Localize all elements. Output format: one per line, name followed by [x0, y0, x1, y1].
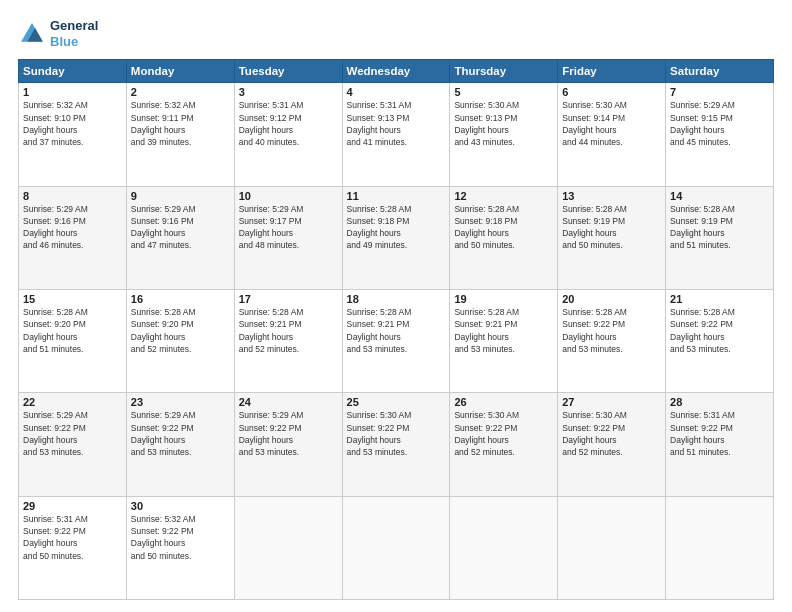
calendar-cell: 22 Sunrise: 5:29 AM Sunset: 9:22 PM Dayl…	[19, 393, 127, 496]
calendar-cell: 18 Sunrise: 5:28 AM Sunset: 9:21 PM Dayl…	[342, 289, 450, 392]
day-info: Sunrise: 5:31 AM Sunset: 9:22 PM Dayligh…	[23, 513, 122, 562]
calendar-cell: 29 Sunrise: 5:31 AM Sunset: 9:22 PM Dayl…	[19, 496, 127, 599]
day-info: Sunrise: 5:30 AM Sunset: 9:22 PM Dayligh…	[347, 409, 446, 458]
day-info: Sunrise: 5:30 AM Sunset: 9:13 PM Dayligh…	[454, 99, 553, 148]
day-info: Sunrise: 5:28 AM Sunset: 9:21 PM Dayligh…	[347, 306, 446, 355]
day-number: 22	[23, 396, 122, 408]
day-info: Sunrise: 5:28 AM Sunset: 9:22 PM Dayligh…	[670, 306, 769, 355]
day-number: 17	[239, 293, 338, 305]
day-info: Sunrise: 5:29 AM Sunset: 9:16 PM Dayligh…	[23, 203, 122, 252]
calendar-cell: 26 Sunrise: 5:30 AM Sunset: 9:22 PM Dayl…	[450, 393, 558, 496]
calendar-week-2: 8 Sunrise: 5:29 AM Sunset: 9:16 PM Dayli…	[19, 186, 774, 289]
calendar-cell: 2 Sunrise: 5:32 AM Sunset: 9:11 PM Dayli…	[126, 83, 234, 186]
weekday-header-sunday: Sunday	[19, 60, 127, 83]
calendar-cell: 25 Sunrise: 5:30 AM Sunset: 9:22 PM Dayl…	[342, 393, 450, 496]
day-number: 26	[454, 396, 553, 408]
day-number: 21	[670, 293, 769, 305]
day-number: 7	[670, 86, 769, 98]
day-number: 25	[347, 396, 446, 408]
day-info: Sunrise: 5:28 AM Sunset: 9:20 PM Dayligh…	[23, 306, 122, 355]
calendar-cell: 10 Sunrise: 5:29 AM Sunset: 9:17 PM Dayl…	[234, 186, 342, 289]
day-number: 19	[454, 293, 553, 305]
day-info: Sunrise: 5:30 AM Sunset: 9:22 PM Dayligh…	[454, 409, 553, 458]
header: General Blue	[18, 18, 774, 49]
calendar-cell: 5 Sunrise: 5:30 AM Sunset: 9:13 PM Dayli…	[450, 83, 558, 186]
calendar-cell: 13 Sunrise: 5:28 AM Sunset: 9:19 PM Dayl…	[558, 186, 666, 289]
weekday-header-tuesday: Tuesday	[234, 60, 342, 83]
day-number: 24	[239, 396, 338, 408]
day-info: Sunrise: 5:28 AM Sunset: 9:18 PM Dayligh…	[347, 203, 446, 252]
day-number: 3	[239, 86, 338, 98]
day-number: 4	[347, 86, 446, 98]
day-info: Sunrise: 5:29 AM Sunset: 9:16 PM Dayligh…	[131, 203, 230, 252]
calendar-cell: 16 Sunrise: 5:28 AM Sunset: 9:20 PM Dayl…	[126, 289, 234, 392]
calendar-cell: 24 Sunrise: 5:29 AM Sunset: 9:22 PM Dayl…	[234, 393, 342, 496]
calendar-cell: 12 Sunrise: 5:28 AM Sunset: 9:18 PM Dayl…	[450, 186, 558, 289]
day-number: 16	[131, 293, 230, 305]
day-info: Sunrise: 5:28 AM Sunset: 9:22 PM Dayligh…	[562, 306, 661, 355]
calendar-cell: 27 Sunrise: 5:30 AM Sunset: 9:22 PM Dayl…	[558, 393, 666, 496]
day-info: Sunrise: 5:29 AM Sunset: 9:17 PM Dayligh…	[239, 203, 338, 252]
calendar-cell	[558, 496, 666, 599]
day-number: 13	[562, 190, 661, 202]
weekday-header-friday: Friday	[558, 60, 666, 83]
day-info: Sunrise: 5:31 AM Sunset: 9:22 PM Dayligh…	[670, 409, 769, 458]
day-info: Sunrise: 5:29 AM Sunset: 9:22 PM Dayligh…	[23, 409, 122, 458]
day-number: 18	[347, 293, 446, 305]
logo: General Blue	[18, 18, 98, 49]
calendar-week-4: 22 Sunrise: 5:29 AM Sunset: 9:22 PM Dayl…	[19, 393, 774, 496]
logo-icon	[18, 20, 46, 48]
day-number: 5	[454, 86, 553, 98]
calendar-cell: 8 Sunrise: 5:29 AM Sunset: 9:16 PM Dayli…	[19, 186, 127, 289]
day-info: Sunrise: 5:30 AM Sunset: 9:22 PM Dayligh…	[562, 409, 661, 458]
day-info: Sunrise: 5:31 AM Sunset: 9:12 PM Dayligh…	[239, 99, 338, 148]
weekday-header-row: SundayMondayTuesdayWednesdayThursdayFrid…	[19, 60, 774, 83]
day-number: 14	[670, 190, 769, 202]
logo-text: General Blue	[50, 18, 98, 49]
calendar-cell: 28 Sunrise: 5:31 AM Sunset: 9:22 PM Dayl…	[666, 393, 774, 496]
calendar-week-5: 29 Sunrise: 5:31 AM Sunset: 9:22 PM Dayl…	[19, 496, 774, 599]
calendar-cell: 1 Sunrise: 5:32 AM Sunset: 9:10 PM Dayli…	[19, 83, 127, 186]
calendar-cell: 23 Sunrise: 5:29 AM Sunset: 9:22 PM Dayl…	[126, 393, 234, 496]
day-number: 29	[23, 500, 122, 512]
day-number: 10	[239, 190, 338, 202]
day-number: 11	[347, 190, 446, 202]
day-info: Sunrise: 5:28 AM Sunset: 9:18 PM Dayligh…	[454, 203, 553, 252]
day-info: Sunrise: 5:30 AM Sunset: 9:14 PM Dayligh…	[562, 99, 661, 148]
calendar-cell	[450, 496, 558, 599]
day-number: 23	[131, 396, 230, 408]
day-info: Sunrise: 5:29 AM Sunset: 9:15 PM Dayligh…	[670, 99, 769, 148]
calendar-week-3: 15 Sunrise: 5:28 AM Sunset: 9:20 PM Dayl…	[19, 289, 774, 392]
calendar-cell: 7 Sunrise: 5:29 AM Sunset: 9:15 PM Dayli…	[666, 83, 774, 186]
day-number: 27	[562, 396, 661, 408]
calendar-cell: 11 Sunrise: 5:28 AM Sunset: 9:18 PM Dayl…	[342, 186, 450, 289]
day-number: 8	[23, 190, 122, 202]
weekday-header-thursday: Thursday	[450, 60, 558, 83]
calendar-cell: 6 Sunrise: 5:30 AM Sunset: 9:14 PM Dayli…	[558, 83, 666, 186]
calendar-cell: 3 Sunrise: 5:31 AM Sunset: 9:12 PM Dayli…	[234, 83, 342, 186]
calendar-cell: 17 Sunrise: 5:28 AM Sunset: 9:21 PM Dayl…	[234, 289, 342, 392]
day-number: 12	[454, 190, 553, 202]
calendar-table: SundayMondayTuesdayWednesdayThursdayFrid…	[18, 59, 774, 600]
day-info: Sunrise: 5:28 AM Sunset: 9:21 PM Dayligh…	[454, 306, 553, 355]
calendar-cell: 15 Sunrise: 5:28 AM Sunset: 9:20 PM Dayl…	[19, 289, 127, 392]
day-info: Sunrise: 5:29 AM Sunset: 9:22 PM Dayligh…	[239, 409, 338, 458]
calendar-cell	[666, 496, 774, 599]
page: General Blue SundayMondayTuesdayWednesda…	[0, 0, 792, 612]
day-info: Sunrise: 5:28 AM Sunset: 9:19 PM Dayligh…	[562, 203, 661, 252]
day-number: 2	[131, 86, 230, 98]
day-number: 6	[562, 86, 661, 98]
weekday-header-wednesday: Wednesday	[342, 60, 450, 83]
day-info: Sunrise: 5:28 AM Sunset: 9:21 PM Dayligh…	[239, 306, 338, 355]
calendar-cell: 19 Sunrise: 5:28 AM Sunset: 9:21 PM Dayl…	[450, 289, 558, 392]
day-info: Sunrise: 5:28 AM Sunset: 9:20 PM Dayligh…	[131, 306, 230, 355]
calendar-cell: 4 Sunrise: 5:31 AM Sunset: 9:13 PM Dayli…	[342, 83, 450, 186]
day-number: 15	[23, 293, 122, 305]
weekday-header-saturday: Saturday	[666, 60, 774, 83]
calendar-cell	[234, 496, 342, 599]
day-number: 20	[562, 293, 661, 305]
day-info: Sunrise: 5:32 AM Sunset: 9:22 PM Dayligh…	[131, 513, 230, 562]
day-number: 1	[23, 86, 122, 98]
day-info: Sunrise: 5:29 AM Sunset: 9:22 PM Dayligh…	[131, 409, 230, 458]
calendar-cell: 30 Sunrise: 5:32 AM Sunset: 9:22 PM Dayl…	[126, 496, 234, 599]
